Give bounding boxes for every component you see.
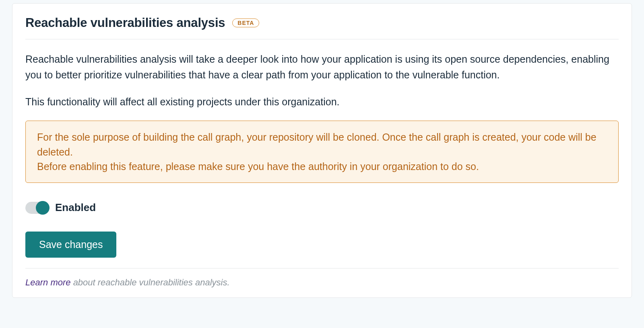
description-paragraph-2: This functionality will affect all exist… <box>25 94 619 110</box>
card-header: Reachable vulnerabilities analysis BETA <box>25 16 619 39</box>
toggle-label: Enabled <box>55 201 96 214</box>
learn-more-text: Learn more about reachable vulnerabiliti… <box>25 277 619 288</box>
card-description: Reachable vulnerabilities analysis will … <box>25 51 619 109</box>
toggle-knob <box>36 201 50 215</box>
card-footer: Learn more about reachable vulnerabiliti… <box>25 268 619 288</box>
learn-more-link[interactable]: Learn more <box>25 277 71 287</box>
enable-toggle[interactable] <box>25 202 48 214</box>
warning-text-1: For the sole purpose of building the cal… <box>37 130 607 159</box>
beta-badge: BETA <box>232 18 259 27</box>
settings-card: Reachable vulnerabilities analysis BETA … <box>12 3 632 298</box>
learn-more-suffix: about reachable vulnerabilities analysis… <box>71 277 230 287</box>
description-paragraph-1: Reachable vulnerabilities analysis will … <box>25 51 619 83</box>
warning-callout: For the sole purpose of building the cal… <box>25 121 619 183</box>
enable-toggle-row: Enabled <box>25 201 619 214</box>
save-button[interactable]: Save changes <box>25 232 116 258</box>
warning-text-2: Before enabling this feature, please mak… <box>37 159 607 174</box>
card-title: Reachable vulnerabilities analysis <box>25 16 225 30</box>
